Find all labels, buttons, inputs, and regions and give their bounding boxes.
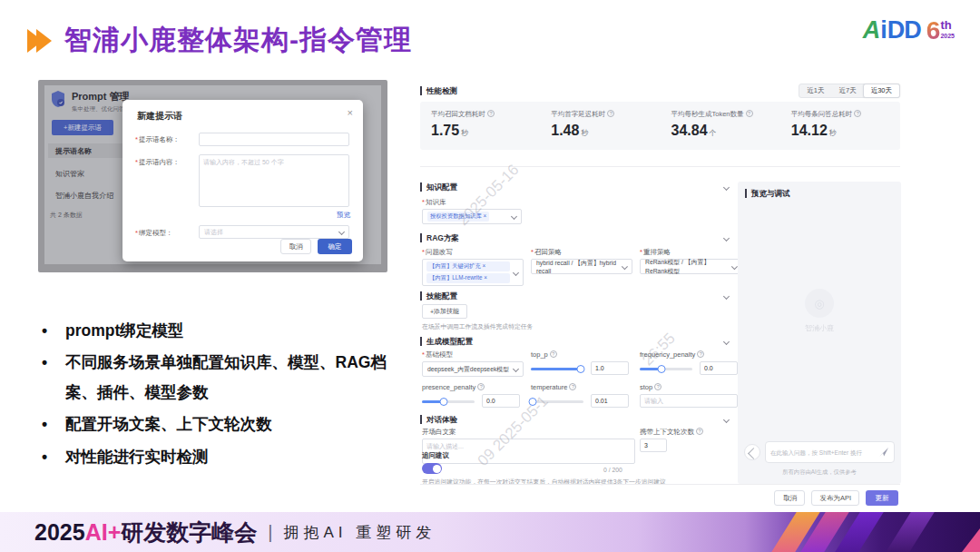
prompt-name-input[interactable] <box>199 133 349 146</box>
close-icon[interactable]: × <box>348 107 353 118</box>
context-rounds-label: 携带上下文轮次数? <box>640 428 703 437</box>
logo-year: 2025 <box>940 33 955 39</box>
chat-input-box[interactable] <box>765 441 895 463</box>
chevron-down-icon <box>513 366 519 372</box>
preview-link[interactable]: 预览 <box>337 211 350 220</box>
corner-decoration <box>962 528 980 552</box>
chat-input[interactable] <box>770 449 875 456</box>
double-arrow-icon <box>27 29 52 53</box>
aidd-logo: AiDD 6 th2025 <box>863 16 955 45</box>
metric-first-token-latency: 平均首字延迟耗时? 1.48秒 <box>540 102 660 150</box>
tab-7days[interactable]: 近7天 <box>831 84 863 97</box>
bullet-item: 对性能进行实时检测 <box>36 442 408 471</box>
info-icon: ? <box>696 428 703 435</box>
chevron-down-icon[interactable] <box>723 416 730 422</box>
presence-penalty-slider[interactable] <box>422 400 475 403</box>
preview-title: 预览与调试 <box>745 189 790 198</box>
info-icon: ? <box>854 110 861 117</box>
instruction-config-screenshot: 性能检测 近1天 近7天 近30天 平均召回文档耗时? 1.75秒 平均首字延迟… <box>413 77 907 511</box>
logo-th: th <box>940 19 955 31</box>
chevron-down-icon[interactable] <box>723 183 730 190</box>
base-model-select[interactable]: deepseek_内置deepseek模型 <box>422 361 524 377</box>
slide-header: 智浦小鹿整体架构-指令管理 <box>27 22 412 59</box>
temperature-input[interactable] <box>591 394 629 408</box>
ribbon-decoration <box>881 512 938 552</box>
info-icon: ? <box>477 383 485 390</box>
prompt-content-textarea[interactable] <box>199 154 349 207</box>
knowledge-base-select[interactable]: 授权投资数据知识库 × <box>422 209 522 224</box>
suggest-label: 追问建议 <box>422 451 449 460</box>
bot-placeholder: ◎ 智浦小鹿 <box>738 289 901 333</box>
chevron-down-icon[interactable] <box>723 234 730 241</box>
rag-section-title: RAG方案 <box>420 233 459 242</box>
modal-cancel-button[interactable]: 取消 <box>280 239 311 254</box>
presence-penalty-input[interactable] <box>482 394 520 408</box>
stop-input[interactable] <box>640 394 738 408</box>
skills-hint: 在场景中调用工作流及插件完成特定任务 <box>422 322 533 331</box>
context-rounds-input[interactable] <box>640 439 667 452</box>
bullet-item: prompt绑定模型 <box>36 316 408 345</box>
chevron-down-icon <box>511 213 517 220</box>
send-icon[interactable] <box>878 447 889 458</box>
suggest-hint: 开启追问建议功能，在每一次对话交互结束后，自动根据对话内容提供3条下一步追问建议 <box>422 478 721 487</box>
opening-textarea[interactable] <box>422 439 635 464</box>
skills-section-title: 技能配置 <box>420 291 457 301</box>
perf-section-title: 性能检测 <box>420 86 457 95</box>
top-p-label: top_p? <box>531 350 557 359</box>
action-buttons: 取消 发布为API 更新 <box>774 490 898 506</box>
knowledge-section-title: 知识配置 <box>420 182 457 192</box>
logo-letter-a: A <box>863 16 881 44</box>
bind-model-select[interactable]: 请选择 <box>199 225 349 239</box>
page-title: 智浦小鹿整体架构-指令管理 <box>64 22 412 59</box>
add-skill-button[interactable]: + 添加技能 <box>422 304 467 319</box>
modal-confirm-button[interactable]: 确定 <box>318 239 352 254</box>
cancel-button[interactable]: 取消 <box>774 490 805 506</box>
footer-year: 2025 <box>34 519 85 546</box>
tab-30days[interactable]: 近30天 <box>863 84 900 98</box>
chevron-down-icon <box>338 229 345 235</box>
top-p-slider[interactable] <box>531 368 583 370</box>
update-button[interactable]: 更新 <box>866 490 898 506</box>
info-icon: ? <box>487 110 495 117</box>
bullet-list: prompt绑定模型 不同服务场景单独配置知识库、模型、RAG档案、插件、模型参… <box>36 316 408 474</box>
chevron-down-icon <box>513 270 519 276</box>
presence-penalty-label: presence_penalty? <box>422 383 485 391</box>
logo-edition-number: 6 <box>926 16 941 45</box>
stop-label: stop? <box>640 383 662 391</box>
publish-api-button[interactable]: 发布为API <box>811 490 859 506</box>
perf-metric-card: 平均召回文档耗时? 1.75秒 平均首字延迟耗时? 1.48秒 平均每秒生成To… <box>420 102 900 150</box>
base-model-label: *基础模型 <box>422 350 453 360</box>
prompt-manager-screenshot: Prompt 管理 集中处理、优化问答 + 新建提示语 提示语名称 知识管家 智… <box>38 80 387 272</box>
rewrite-label: *问题改写 <box>422 248 453 257</box>
frequency-penalty-input[interactable] <box>700 361 738 375</box>
suggest-toggle[interactable] <box>422 463 442 474</box>
model-section-title: 生成模型配置 <box>420 337 473 346</box>
new-prompt-modal: 新建提示语 × *提示语名称： *提示语内容： 预览 *绑定模型： 请选择 取消… <box>122 100 363 261</box>
modal-title: 新建提示语 <box>137 110 182 123</box>
info-icon: ? <box>607 110 614 117</box>
rewrite-multiselect[interactable]: 【内置】关键词扩充 × 【内置】LLM-rewrite × <box>422 259 524 286</box>
info-icon: ? <box>550 350 557 358</box>
bind-model-label: *绑定模型： <box>135 229 172 238</box>
recall-label: *召回策略 <box>531 248 562 257</box>
frequency-penalty-label: frequency_penalty? <box>640 350 704 359</box>
tab-1day[interactable]: 近1天 <box>799 84 831 97</box>
metric-total-answer-time: 平均每条问答总耗时? 14.12秒 <box>780 102 900 150</box>
chevron-down-icon[interactable] <box>723 338 730 344</box>
rerank-select[interactable]: ReRank模型 / 【内置】ReRank模型 <box>640 259 741 274</box>
recall-select[interactable]: hybrid recall / 【内置】hybrid recall <box>531 259 632 274</box>
clear-chat-icon[interactable] <box>744 444 760 460</box>
prompt-content-label: *提示语内容： <box>135 158 180 167</box>
logo-letter-i: i <box>880 16 887 44</box>
ai-disclaimer: 所有内容由AI生成，仅供参考 <box>738 468 901 477</box>
rerank-label: *重排策略 <box>640 248 671 257</box>
temperature-label: temperature? <box>531 383 576 391</box>
frequency-penalty-slider[interactable] <box>640 368 692 370</box>
preview-panel: 预览与调试 ◎ 智浦小鹿 所有内容由AI生成，仅供参考 <box>738 182 901 484</box>
chevron-down-icon[interactable] <box>723 292 730 299</box>
bot-name: 智浦小鹿 <box>805 323 834 333</box>
top-p-input[interactable] <box>591 361 629 375</box>
temperature-slider[interactable] <box>531 400 583 403</box>
footer-ai-plus: AI+ <box>85 519 122 546</box>
watermark: 26:55 <box>639 330 679 370</box>
